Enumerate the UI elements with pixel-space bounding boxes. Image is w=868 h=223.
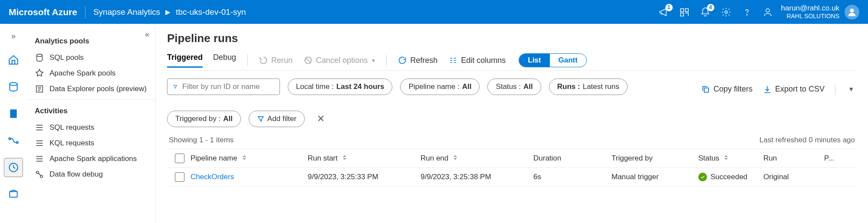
global-header: Microsoft Azure Synapse Analytics ▶ tbc-… <box>0 0 868 24</box>
select-all-checkbox[interactable] <box>175 154 184 163</box>
rail-expand-icon[interactable]: » <box>10 30 17 43</box>
tab-triggered[interactable]: Triggered <box>167 53 203 68</box>
svg-rect-1 <box>685 9 688 12</box>
refresh-button[interactable]: Refresh <box>398 56 437 65</box>
cell-run-end: 9/9/2023, 3:25:38 PM <box>421 173 533 181</box>
svg-rect-18 <box>704 88 709 92</box>
col-run-start[interactable]: Run start <box>308 154 421 163</box>
filter-bar: Local time : Last 24 hours Pipeline name… <box>167 79 857 127</box>
settings-icon[interactable] <box>720 7 732 18</box>
svg-rect-8 <box>10 109 16 118</box>
rerun-button: Rerun <box>259 56 293 65</box>
feedback-icon[interactable] <box>762 7 773 18</box>
success-icon <box>698 173 707 181</box>
cancel-options-button: Cancel options ▾ <box>304 56 375 65</box>
rail-manage[interactable] <box>4 185 23 204</box>
sidebar-dataexplorer-pools[interactable]: Data Explorer pools (preview) <box>35 81 151 97</box>
col-p[interactable]: P... <box>824 154 842 163</box>
cell-run-start: 9/9/2023, 3:25:33 PM <box>308 173 421 181</box>
add-filter-button[interactable]: Add filter <box>249 111 305 127</box>
user-org: RAHL SOLUTIONS <box>781 13 839 20</box>
svg-rect-0 <box>681 9 684 12</box>
filter-time[interactable]: Local time : Last 24 hours <box>288 79 392 95</box>
export-more-icon[interactable]: ▾ <box>846 83 857 95</box>
col-status[interactable]: Status <box>698 154 763 163</box>
sidebar-collapse-icon[interactable]: « <box>145 30 149 39</box>
export-csv-button[interactable]: Export to CSV <box>763 85 825 94</box>
cell-duration: 6s <box>533 173 612 181</box>
header-actions: 1 4 <box>658 7 773 18</box>
sidebar-dataflow-debug[interactable]: Data flow debug <box>35 167 151 182</box>
edit-columns-button[interactable]: Edit columns <box>449 56 506 65</box>
rail-data[interactable] <box>4 77 23 96</box>
command-bar: Triggered Debug Rerun Cancel options ▾ R… <box>167 53 857 71</box>
col-pipeline-name[interactable]: Pipeline name <box>191 154 308 163</box>
toolbar-divider <box>386 55 387 66</box>
col-triggered-by[interactable]: Triggered by <box>612 154 698 163</box>
last-refreshed: Last refreshed 0 minutes ago <box>760 136 855 144</box>
filter-search[interactable] <box>167 79 280 95</box>
main-content: Pipeline runs Triggered Debug Rerun Canc… <box>155 24 868 223</box>
svg-point-10 <box>16 141 18 143</box>
page-title: Pipeline runs <box>167 32 857 45</box>
pipeline-link[interactable]: CheckOrders <box>191 173 234 181</box>
svg-point-3 <box>725 11 727 13</box>
filter-search-input[interactable] <box>182 82 274 91</box>
sidebar-kql-requests[interactable]: KQL requests <box>35 135 151 151</box>
tab-debug[interactable]: Debug <box>213 53 236 68</box>
table-header: Pipeline name Run start Run end Duration… <box>167 149 857 168</box>
sidebar-sql-pools[interactable]: SQL pools <box>35 50 151 66</box>
announce-badge: 1 <box>665 4 673 11</box>
sidebar-divider <box>27 99 155 100</box>
table-row[interactable]: CheckOrders 9/9/2023, 3:25:33 PM 9/9/202… <box>167 168 857 187</box>
view-gantt[interactable]: Gantt <box>550 54 586 67</box>
avatar[interactable] <box>845 5 859 20</box>
sidebar-spark-pools[interactable]: Apache Spark pools <box>35 66 151 81</box>
brand-logo[interactable]: Microsoft Azure <box>9 7 77 17</box>
svg-point-5 <box>766 9 769 12</box>
copy-filters-button[interactable]: Copy filters <box>701 85 753 94</box>
chevron-down-icon: ▾ <box>372 57 375 64</box>
rail-home[interactable] <box>4 50 23 69</box>
help-icon[interactable] <box>741 7 753 18</box>
row-checkbox[interactable] <box>175 172 184 182</box>
notifications-icon[interactable]: 4 <box>700 7 711 18</box>
rail-monitor[interactable] <box>4 158 23 177</box>
svg-point-7 <box>10 82 17 85</box>
view-toggle: List Gantt <box>519 53 587 67</box>
export-divider <box>835 84 835 95</box>
sidebar-sql-requests[interactable]: SQL requests <box>35 120 151 135</box>
col-duration[interactable]: Duration <box>533 154 612 163</box>
toolbar-divider <box>247 55 248 66</box>
sidebar-spark-apps[interactable]: Apache Spark applications <box>35 151 151 167</box>
cell-status-text: Succeeded <box>710 173 747 181</box>
filter-status[interactable]: Status : All <box>487 79 541 95</box>
filter-runs[interactable]: Runs : Latest runs <box>549 79 628 95</box>
sort-icon <box>241 154 248 163</box>
user-email: harun@rahl.co.uk <box>781 4 839 13</box>
sidebar-section-activities: Activities <box>35 107 151 115</box>
sort-icon <box>452 154 459 163</box>
filter-pipeline-name[interactable]: Pipeline name : All <box>400 79 480 95</box>
breadcrumb-current[interactable]: tbc-uks-dev-01-syn <box>176 7 246 17</box>
rail-develop[interactable] <box>4 104 23 123</box>
rail-integrate[interactable] <box>4 131 23 150</box>
col-run-end[interactable]: Run end <box>421 154 533 163</box>
svg-point-4 <box>746 14 747 15</box>
filter-triggered-by[interactable]: Triggered by : All <box>167 111 241 127</box>
sort-icon <box>341 154 348 163</box>
breadcrumb-root[interactable]: Synapse Analytics <box>93 7 160 17</box>
col-run[interactable]: Run <box>763 154 824 163</box>
svg-rect-2 <box>681 13 684 16</box>
cell-run: Original <box>763 173 824 181</box>
svg-point-6 <box>850 8 854 12</box>
results-count: Showing 1 - 1 items <box>169 136 233 144</box>
user-menu[interactable]: harun@rahl.co.uk RAHL SOLUTIONS <box>781 4 859 20</box>
view-list[interactable]: List <box>519 54 549 67</box>
clear-filters-icon[interactable]: ✕ <box>312 111 329 127</box>
directory-icon[interactable] <box>679 7 690 18</box>
sort-icon <box>723 154 730 163</box>
sidebar-section-pools: Analytics pools <box>35 37 151 46</box>
announce-icon[interactable]: 1 <box>658 7 669 18</box>
nav-rail: » <box>0 24 27 223</box>
